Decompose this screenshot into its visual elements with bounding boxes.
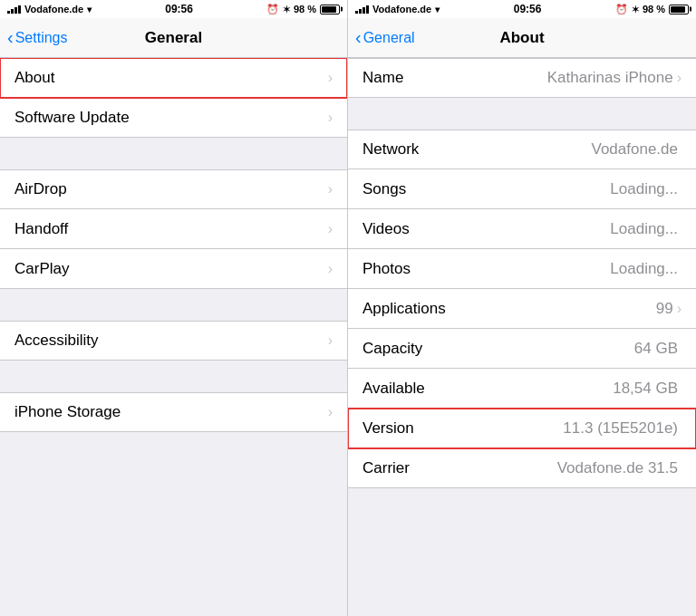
row-applications[interactable]: Applications 99 › — [348, 289, 696, 329]
row-videos: Videos Loading... — [348, 209, 696, 249]
row-software-update-label: Software Update — [14, 109, 328, 127]
row-handoff[interactable]: Handoff › — [0, 209, 347, 249]
row-name[interactable]: Name Katharinas iPhone › — [348, 58, 696, 98]
status-bar-left: Vodafone.de ▾ 09:56 ⏰ ✶ 98 % — [0, 0, 347, 18]
row-carrier: Carrier Vodafone.de 31.5 — [348, 448, 696, 488]
signal-icon-right — [355, 5, 369, 14]
row-iphone-storage[interactable]: iPhone Storage › — [0, 392, 347, 432]
nav-bar-right: ‹ General About — [348, 18, 696, 58]
row-photos: Photos Loading... — [348, 249, 696, 289]
row-photos-label: Photos — [362, 260, 610, 278]
row-carplay-chevron: › — [328, 261, 333, 277]
nav-bar-left: ‹ Settings General — [0, 18, 347, 58]
row-about-label: About — [14, 69, 328, 87]
status-bar-right: Vodafone.de ▾ 09:56 ⏰ ✶ 98 % — [348, 0, 696, 18]
battery-icon-left — [320, 5, 340, 14]
back-label-left: Settings — [15, 30, 68, 46]
row-capacity-label: Capacity — [362, 340, 634, 358]
right-panel: Vodafone.de ▾ 09:56 ⏰ ✶ 98 % ‹ General A… — [348, 0, 696, 616]
row-airdrop[interactable]: AirDrop › — [0, 169, 347, 209]
row-airdrop-chevron: › — [328, 181, 333, 197]
row-available-label: Available — [362, 380, 613, 398]
row-songs: Songs Loading... — [348, 169, 696, 209]
row-accessibility-label: Accessibility — [14, 332, 328, 350]
nav-title-right: About — [499, 29, 544, 47]
time-right: 09:56 — [514, 3, 542, 15]
row-network-label: Network — [362, 140, 592, 159]
back-button-right[interactable]: ‹ General — [355, 28, 415, 48]
row-capacity-value: 64 GB — [634, 340, 678, 358]
row-version-label: Version — [362, 419, 563, 438]
row-capacity: Capacity 64 GB — [348, 329, 696, 369]
back-label-right: General — [363, 30, 415, 46]
row-network-value: Vodafone.de — [592, 140, 678, 159]
row-name-label: Name — [362, 69, 547, 87]
row-videos-value: Loading... — [610, 220, 678, 238]
row-carrier-label: Carrier — [362, 459, 557, 477]
carrier-right: Vodafone.de — [372, 4, 431, 14]
row-photos-value: Loading... — [610, 260, 678, 278]
wifi-icon-right: ▾ — [435, 5, 440, 14]
row-software-update[interactable]: Software Update › — [0, 98, 347, 138]
battery-percent-right: 98 % — [643, 4, 665, 14]
carrier-left: Vodafone.de — [24, 4, 83, 14]
section-gap-1 — [0, 138, 347, 169]
row-version-value: 11.3 (15E5201e) — [563, 419, 678, 438]
section-gap-3 — [0, 361, 347, 392]
row-handoff-chevron: › — [328, 221, 333, 237]
row-applications-label: Applications — [362, 300, 656, 318]
row-accessibility[interactable]: Accessibility › — [0, 321, 347, 361]
row-about[interactable]: About › — [0, 58, 347, 98]
row-applications-value: 99 — [656, 300, 673, 318]
row-carplay[interactable]: CarPlay › — [0, 249, 347, 289]
nav-title-left: General — [145, 29, 202, 47]
row-songs-value: Loading... — [610, 180, 678, 198]
row-carrier-value: Vodafone.de 31.5 — [557, 459, 678, 477]
row-name-chevron: › — [677, 70, 682, 86]
row-available-value: 18,54 GB — [613, 380, 678, 398]
row-handoff-label: Handoff — [14, 220, 328, 238]
row-applications-chevron: › — [677, 301, 682, 317]
wifi-icon: ▾ — [87, 5, 92, 14]
alarm-icon-right: ⏰ — [615, 4, 628, 15]
row-carplay-label: CarPlay — [14, 260, 328, 278]
row-software-update-chevron: › — [328, 110, 333, 126]
row-videos-label: Videos — [362, 220, 610, 238]
right-content: Name Katharinas iPhone › Network Vodafon… — [348, 58, 696, 616]
row-name-value: Katharinas iPhone — [547, 69, 673, 87]
row-iphone-storage-chevron: › — [328, 404, 333, 420]
back-chevron-right: ‹ — [355, 27, 362, 48]
row-available: Available 18,54 GB — [348, 369, 696, 409]
row-accessibility-chevron: › — [328, 332, 333, 349]
row-about-chevron: › — [328, 70, 333, 86]
row-songs-label: Songs — [362, 180, 610, 198]
row-version: Version 11.3 (15E5201e) — [348, 409, 696, 448]
alarm-icon: ⏰ — [266, 4, 279, 15]
battery-icon-right — [669, 5, 689, 14]
bluetooth-icon-right: ✶ — [632, 5, 639, 14]
left-content: About › Software Update › AirDrop › Hand… — [0, 58, 347, 616]
bluetooth-icon: ✶ — [283, 5, 290, 14]
back-button-left[interactable]: ‹ Settings — [7, 28, 67, 48]
battery-percent-left: 98 % — [294, 4, 316, 14]
left-panel: Vodafone.de ▾ 09:56 ⏰ ✶ 98 % ‹ Settings … — [0, 0, 348, 616]
row-network: Network Vodafone.de — [348, 130, 696, 169]
time-left: 09:56 — [165, 3, 193, 15]
back-chevron-left: ‹ — [7, 27, 14, 48]
signal-icon — [7, 5, 21, 14]
section-gap-r1 — [348, 98, 696, 130]
row-iphone-storage-label: iPhone Storage — [14, 403, 328, 421]
row-airdrop-label: AirDrop — [14, 180, 328, 198]
section-gap-2 — [0, 289, 347, 321]
